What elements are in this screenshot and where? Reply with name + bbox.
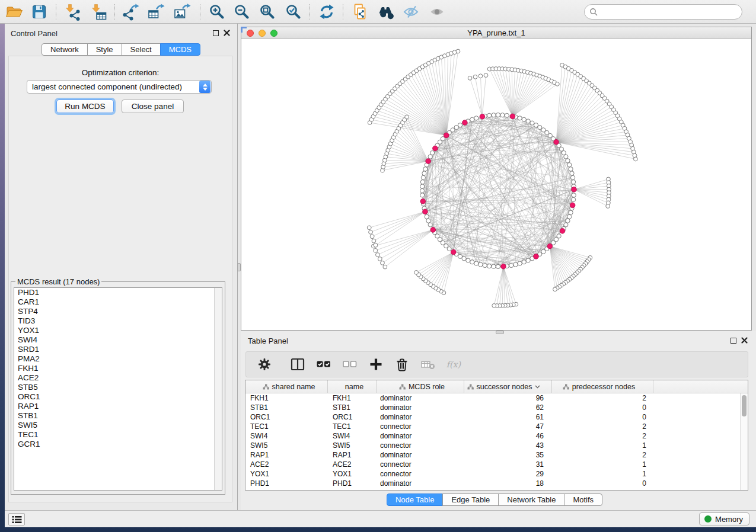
- table-cell: dominator: [377, 431, 464, 441]
- clone-network-icon: [351, 3, 369, 21]
- mcds-result-item[interactable]: PHD1: [14, 288, 222, 297]
- show-panels-button[interactable]: [8, 513, 25, 525]
- close-panel-icon[interactable]: [741, 337, 748, 344]
- tab-mcds[interactable]: MCDS: [160, 43, 200, 56]
- mcds-result-item[interactable]: STB5: [14, 383, 222, 392]
- mcds-result-item[interactable]: SWI4: [14, 335, 222, 345]
- table-scrollbar[interactable]: [740, 393, 748, 490]
- close-panel-icon[interactable]: [224, 30, 230, 36]
- table-row[interactable]: SWI5SWI5connector431: [245, 441, 748, 450]
- run-mcds-button[interactable]: Run MCDS: [56, 100, 114, 113]
- mcds-result-item[interactable]: SRD1: [14, 345, 222, 354]
- table-row[interactable]: YOX1YOX1connector291: [245, 469, 748, 479]
- mcds-result-item[interactable]: ACE2: [14, 373, 222, 383]
- mcds-result-item[interactable]: TEC1: [14, 430, 222, 440]
- save-session-button[interactable]: [29, 2, 49, 21]
- mcds-result-item[interactable]: TID3: [14, 316, 222, 326]
- main-toolbar: [0, 0, 756, 24]
- zoom-out-button[interactable]: [232, 2, 252, 21]
- mcds-result-item[interactable]: PMA2: [14, 354, 222, 364]
- toggle-column-view-button[interactable]: [289, 355, 307, 373]
- network-canvas[interactable]: [241, 39, 751, 329]
- horizontal-splitter-grip[interactable]: [496, 331, 504, 334]
- mcds-result-item[interactable]: STP4: [14, 307, 222, 316]
- mcds-result-item[interactable]: GCR1: [14, 440, 222, 449]
- tree-icon: [563, 384, 569, 390]
- tab-motifs[interactable]: Motifs: [564, 493, 602, 506]
- open-folder-icon: [5, 3, 23, 21]
- select-all-columns-button[interactable]: [315, 355, 333, 373]
- zoom-in-button[interactable]: [207, 2, 227, 21]
- table-row[interactable]: ORC1ORC1dominator610: [245, 412, 748, 422]
- table-row[interactable]: STB1STB1dominator620: [245, 403, 748, 412]
- table-row[interactable]: FKH1FKH1dominator962: [245, 393, 748, 403]
- mcds-result-list[interactable]: PHD1CAR1STP4TID3YOX1SWI4SRD1PMA2FKH1ACE2…: [14, 287, 222, 491]
- show-all-button[interactable]: [427, 2, 447, 21]
- tab-node-table[interactable]: Node Table: [387, 493, 444, 506]
- float-panel-icon[interactable]: [213, 30, 219, 36]
- column-header-mcds-role[interactable]: MCDS role: [377, 380, 464, 393]
- table-cell: connector: [377, 422, 464, 431]
- table-row[interactable]: TEC1TEC1connector472: [245, 422, 748, 431]
- mcds-result-item[interactable]: SWI5: [14, 421, 222, 430]
- mcds-list-scrollbar[interactable]: [214, 288, 222, 490]
- table-row[interactable]: ACE2ACE2connector311: [245, 460, 748, 469]
- float-panel-icon[interactable]: [731, 338, 736, 344]
- create-column-button[interactable]: [367, 355, 385, 373]
- mcds-result-item[interactable]: FKH1: [14, 364, 222, 373]
- tab-style[interactable]: Style: [87, 43, 122, 56]
- criterion-dropdown[interactable]: largest connected component (undirected): [27, 80, 212, 94]
- hide-selected-button[interactable]: [401, 2, 421, 21]
- export-network-button[interactable]: [120, 2, 141, 21]
- import-network-button[interactable]: [62, 2, 82, 21]
- open-session-button[interactable]: [4, 2, 24, 21]
- table-row[interactable]: SWI4SWI4dominator462: [245, 431, 748, 441]
- network-title-bar[interactable]: YPA_prune.txt_1: [241, 27, 751, 39]
- delete-column-button[interactable]: [393, 355, 411, 373]
- maximize-window-icon[interactable]: [270, 30, 277, 37]
- toolbar-separator: [309, 4, 310, 20]
- apply-layout-button[interactable]: [317, 2, 337, 21]
- memory-button[interactable]: Memory: [699, 512, 749, 525]
- column-header-successor-nodes[interactable]: successor nodes: [464, 380, 552, 393]
- mcds-result-item[interactable]: ORC1: [14, 392, 222, 402]
- fx-icon: f(x): [445, 357, 463, 372]
- clone-network-button[interactable]: [350, 2, 370, 21]
- column-header-predecessor-nodes[interactable]: predecessor nodes: [552, 380, 653, 393]
- table-cell: FKH1: [245, 393, 328, 403]
- mcds-result-item[interactable]: RAP1: [14, 402, 222, 411]
- minimize-window-icon[interactable]: [259, 30, 266, 37]
- close-window-icon[interactable]: [247, 30, 254, 37]
- table-cell: STB1: [328, 403, 377, 412]
- first-neighbors-button[interactable]: [375, 2, 395, 21]
- export-table-button[interactable]: [146, 2, 166, 21]
- zoom-fit-button[interactable]: [257, 2, 277, 21]
- search-input[interactable]: [598, 7, 737, 17]
- import-table-button[interactable]: [88, 2, 109, 21]
- table-row[interactable]: RAP1RAP1dominator352: [245, 450, 748, 460]
- export-image-button[interactable]: [172, 2, 192, 21]
- tab-network[interactable]: Network: [42, 43, 88, 56]
- table-settings-button[interactable]: [256, 355, 273, 373]
- tab-network-table[interactable]: Network Table: [498, 493, 564, 506]
- zoom-selected-button[interactable]: [283, 2, 304, 21]
- unselect-all-columns-button[interactable]: [341, 355, 359, 373]
- checked-boxes-icon: [316, 357, 331, 372]
- column-header-shared-name[interactable]: shared name: [245, 380, 328, 393]
- toolbar-separator: [200, 4, 200, 20]
- mcds-result-item[interactable]: YOX1: [14, 326, 222, 335]
- tab-edge-table[interactable]: Edge Table: [442, 493, 499, 506]
- close-panel-button[interactable]: Close panel: [122, 100, 184, 113]
- tab-select[interactable]: Select: [122, 43, 161, 56]
- delete-table-button[interactable]: [419, 355, 437, 373]
- dropdown-stepper-icon: [199, 81, 210, 93]
- zoom-in-icon: [208, 3, 226, 21]
- table-cell: dominator: [377, 479, 464, 488]
- function-builder-button[interactable]: f(x): [445, 355, 463, 373]
- table-cell: 2: [552, 431, 653, 441]
- table-row[interactable]: PHD1PHD1dominator180: [245, 479, 748, 488]
- mcds-result-item[interactable]: STB1: [14, 411, 222, 421]
- table-scrollbar-thumb[interactable]: [742, 395, 747, 416]
- mcds-result-item[interactable]: CAR1: [14, 297, 222, 307]
- column-header-name[interactable]: name: [328, 380, 377, 393]
